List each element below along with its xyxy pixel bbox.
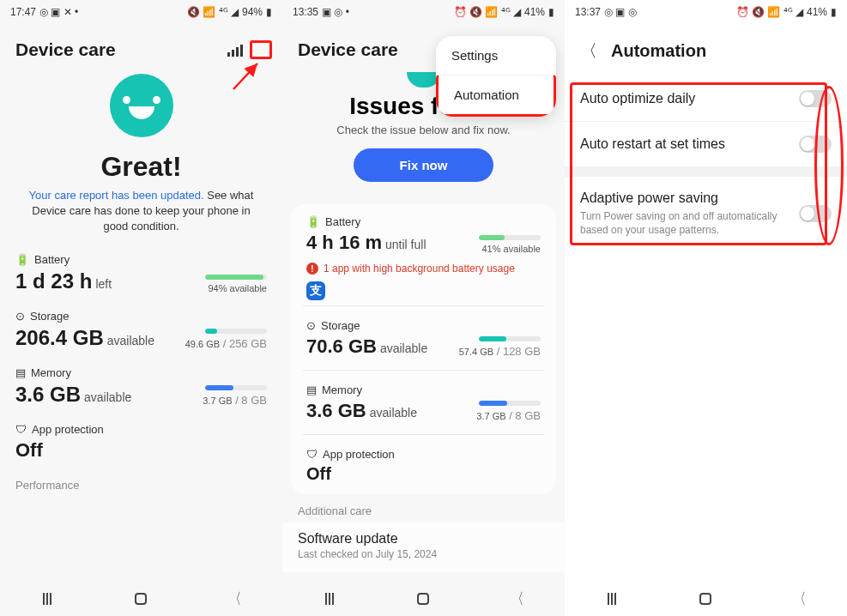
- toggle-auto-optimize[interactable]: [799, 90, 832, 107]
- auto-restart-row[interactable]: Auto restart at set times: [565, 122, 847, 166]
- storage-bar: [205, 329, 267, 334]
- back-button[interactable]: 〈: [226, 587, 245, 611]
- menu-item-automation[interactable]: Automation: [436, 75, 556, 117]
- nav-bar: 〈: [0, 582, 282, 616]
- memory-icon: ▤: [15, 366, 26, 379]
- status-bar: 13:37 ◎ ▣ ◎ ⏰ 🔇 📶 ⁴ᴳ ◢ 41%▮: [565, 0, 847, 24]
- status-time: 17:47: [10, 6, 36, 18]
- recents-button[interactable]: [318, 587, 342, 611]
- section-label: Battery: [34, 253, 70, 266]
- battery-section[interactable]: 🔋Battery 1 d 23 hleft 94% available: [0, 244, 282, 300]
- memory-bar: [205, 385, 267, 390]
- more-menu-button[interactable]: [250, 40, 272, 59]
- toggle-auto-restart[interactable]: [799, 136, 832, 153]
- back-icon[interactable]: 〈: [580, 39, 597, 63]
- back-button[interactable]: 〈: [790, 587, 809, 611]
- status-bar: 13:35 ▣ ◎ • ⏰ 🔇 📶 ⁴ᴳ ◢ 41%▮: [282, 0, 565, 24]
- performance-row[interactable]: Performance: [0, 468, 282, 497]
- storage-icon: ⊙: [15, 310, 25, 323]
- battery-icon: 🔋: [306, 215, 320, 228]
- status-icons-left: ◎ ▣ ✕ •: [39, 6, 78, 18]
- status-bar: 17:47 ◎ ▣ ✕ • 🔇 📶 ⁴ᴳ ◢ 94% ▮: [0, 0, 282, 24]
- overflow-menu: Settings Automation: [436, 36, 556, 117]
- adaptive-power-row[interactable]: Adaptive power savingTurn Power saving o…: [565, 177, 847, 251]
- annotation-arrow: [230, 58, 264, 93]
- storage-icon: ⊙: [306, 319, 316, 332]
- header: 〈 Automation: [565, 24, 847, 76]
- app-icon-alipay[interactable]: 支: [306, 281, 325, 300]
- status-headline: Great!: [100, 151, 181, 183]
- back-button[interactable]: 〈: [508, 587, 527, 611]
- memory-icon: ▤: [306, 383, 317, 396]
- pane-automation: 13:37 ◎ ▣ ◎ ⏰ 🔇 📶 ⁴ᴳ ◢ 41%▮ 〈 Automation…: [565, 0, 847, 616]
- app-protection-section[interactable]: 🛡App protection Off: [0, 414, 282, 468]
- battery-bar: [479, 235, 541, 240]
- memory-section[interactable]: ▤Memory 3.6 GBavailable 3.7 GB / 8 GB: [0, 357, 282, 414]
- status-subtext: Your care report has been updated. See w…: [17, 188, 265, 235]
- recents-button[interactable]: [600, 587, 624, 611]
- care-report-link[interactable]: Your care report has been updated.: [29, 189, 204, 202]
- pane-device-care-main: 17:47 ◎ ▣ ✕ • 🔇 📶 ⁴ᴳ ◢ 94% ▮ Device care: [0, 0, 282, 616]
- battery-card[interactable]: 🔋Battery 4 h 16 muntil full 41% availabl…: [291, 204, 556, 494]
- storage-bar: [479, 336, 541, 341]
- page-title: Device care: [15, 39, 116, 60]
- smiley-icon: [110, 74, 173, 137]
- pane-device-care-menu: 13:35 ▣ ◎ • ⏰ 🔇 📶 ⁴ᴳ ◢ 41%▮ Device care …: [282, 0, 565, 616]
- shield-icon: 🛡: [306, 448, 318, 461]
- battery-icon: ▮: [266, 6, 272, 18]
- warning-icon: !: [306, 263, 318, 275]
- battery-icon: 🔋: [15, 253, 29, 266]
- home-button[interactable]: [411, 587, 435, 611]
- nav-bar: 〈: [282, 582, 565, 616]
- auto-optimize-row[interactable]: Auto optimize daily: [565, 76, 847, 122]
- software-update-row[interactable]: Software update Last checked on July 15,…: [282, 522, 565, 572]
- status-battery: 94%: [242, 6, 263, 18]
- battery-warning: !1 app with high background battery usag…: [291, 259, 556, 278]
- nav-bar: 〈: [565, 582, 847, 616]
- fix-now-button[interactable]: Fix now: [354, 148, 494, 182]
- home-button[interactable]: [129, 587, 153, 611]
- memory-bar: [479, 401, 541, 406]
- home-button[interactable]: [693, 587, 717, 611]
- menu-item-settings[interactable]: Settings: [436, 36, 556, 75]
- storage-section[interactable]: ⊙Storage 206.4 GBavailable 49.6 GB / 256…: [0, 300, 282, 357]
- status-icons-right: 🔇 📶 ⁴ᴳ ◢: [187, 6, 239, 18]
- recents-button[interactable]: [35, 587, 59, 611]
- svg-line-0: [233, 63, 257, 89]
- signal-bars-icon: [227, 43, 243, 57]
- status-hero: Great! Your care report has been updated…: [0, 70, 282, 244]
- page-title: Automation: [611, 41, 706, 61]
- additional-care-header: Additional care: [282, 494, 565, 522]
- toggle-adaptive-power[interactable]: [799, 205, 832, 222]
- battery-bar: [205, 275, 267, 280]
- shield-icon: 🛡: [15, 423, 27, 436]
